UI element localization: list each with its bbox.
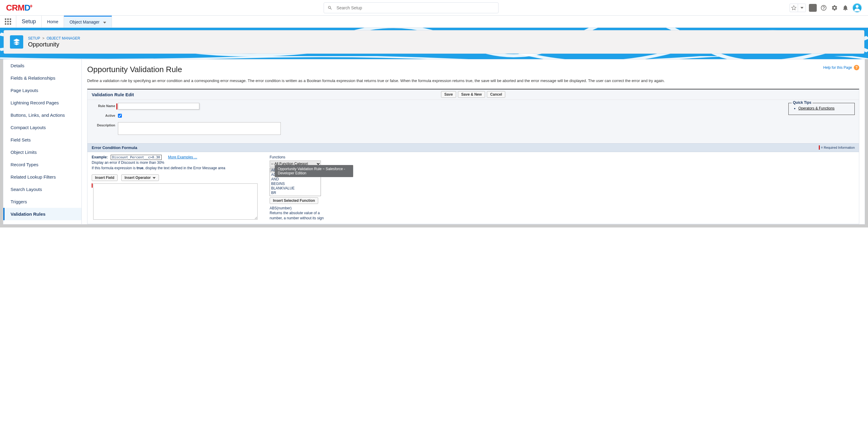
operators-functions-link[interactable]: Operators & Functions [798,106,835,111]
question-icon [820,4,827,11]
app-logo: CRMD+ [6,3,33,13]
user-avatar[interactable] [852,3,862,13]
help-link-text: Help for this Page [824,65,852,70]
more-examples-link[interactable]: More Examples ... [168,155,197,159]
cancel-button[interactable]: Cancel [487,91,505,98]
star-icon [790,4,798,12]
sidebar-item-field-sets[interactable]: Field Sets [3,134,82,146]
avatar-icon [853,4,861,12]
validation-rule-panel: Validation Rule Edit Save Save & New Can… [87,89,859,224]
main-panel: Help for this Page ? Opportunity Validat… [82,59,865,224]
sidebar-item-buttons-links[interactable]: Buttons, Links, and Actions [3,109,82,121]
active-label: Active [92,113,115,117]
example-hint2: If this formula expression is true, disp… [92,166,257,170]
breadcrumb-setup[interactable]: SETUP [28,36,40,40]
function-item[interactable]: BEGINS [270,182,320,186]
quick-tips-title: Quick Tips [792,100,812,105]
layers-icon [13,38,21,46]
waffle-icon [5,19,11,25]
description-label: Description [92,122,115,127]
nav-tab-label: Object Manager [69,20,99,25]
quick-tips-box: Quick Tips Operators & Functions [788,103,855,115]
page-header: SETUP > OBJECT MANAGER Opportunity [4,30,864,54]
nav-tab-object-manager[interactable]: Object Manager [64,16,112,27]
sidebar-item-compact-layouts[interactable]: Compact Layouts [3,121,82,134]
sidebar-item-triggers[interactable]: Triggers [3,195,82,208]
sidebar-item-fields[interactable]: Fields & Relationships [3,72,82,84]
sidebar-item-object-limits[interactable]: Object Limits [3,146,82,158]
search-icon [328,5,332,10]
svg-point-0 [856,5,858,7]
function-item[interactable]: BR [270,191,320,195]
required-indicator [92,183,93,188]
function-signature: ABS(number) [270,206,324,211]
insert-field-button[interactable]: Insert Field [92,174,118,181]
sidebar-item-details[interactable]: Details [3,59,82,72]
required-info: = Required Information [819,146,855,150]
favorites-button[interactable] [789,4,806,12]
example-code: Discount_Percent__c>0.30 [111,155,162,160]
global-create-button[interactable] [809,4,817,12]
required-indicator [116,103,117,110]
nav-tab-home[interactable]: Home [42,16,64,27]
breadcrumb-object-manager[interactable]: OBJECT MANAGER [47,36,80,40]
chevron-down-icon [103,20,106,25]
sidebar-item-lightning-pages[interactable]: Lightning Record Pages [3,96,82,109]
plus-icon [809,4,816,11]
active-checkbox[interactable] [118,114,122,118]
formula-textarea[interactable] [93,183,257,220]
global-header: CRMD+ [0,0,868,16]
insert-operator-label: Insert Operator [125,176,151,180]
help-button[interactable] [820,4,828,12]
example-label: Example: [92,155,108,159]
page-tooltip: Opportunity Validation Rule ~ Salesforce… [275,165,353,177]
bell-icon [842,4,849,11]
sidebar-item-validation-rules[interactable]: Validation Rules [3,208,82,220]
sidebar-item-record-types[interactable]: Record Types [3,158,82,171]
context-nav: Setup Home Object Manager [0,16,868,28]
app-launcher[interactable] [0,16,16,27]
object-sidebar: Details Fields & Relationships Page Layo… [3,59,82,224]
sidebar-item-related-lookup[interactable]: Related Lookup Filters [3,171,82,183]
save-new-button[interactable]: Save & New [458,91,485,98]
sidebar-item-search-layouts[interactable]: Search Layouts [3,183,82,195]
gear-icon [831,4,838,11]
formula-body: Example: Discount_Percent__c>0.30 More E… [88,152,859,224]
example-hint1: Display an error if Discount is more tha… [92,160,257,165]
function-item[interactable]: AND [270,177,320,182]
main-description: Define a validation rule by specifying a… [87,78,859,84]
panel-header: Validation Rule Edit Save Save & New Can… [88,90,859,99]
setup-gear-button[interactable] [831,4,838,12]
required-info-text: = Required Information [821,146,855,149]
function-description: Returns the absolute value of a number, … [270,211,324,221]
functions-label: Functions [270,155,354,159]
error-condition-section-header: Error Condition Formula = Required Infor… [88,143,859,152]
insert-operator-button[interactable]: Insert Operator [121,174,159,181]
section-title: Error Condition Formula [92,146,137,150]
chevron-down-icon [798,4,806,12]
notifications-button[interactable] [841,4,849,12]
sidebar-item-page-layouts[interactable]: Page Layouts [3,84,82,96]
chevron-down-icon [153,177,156,179]
app-name: Setup [16,16,42,27]
help-link[interactable]: Help for this Page ? [824,65,859,70]
function-item[interactable]: BLANKVALUE [270,186,320,191]
main-title: Opportunity Validation Rule [87,65,859,74]
rule-name-label: Rule Name [92,103,115,108]
insert-selected-function-button[interactable]: Insert Selected Function [270,197,318,204]
help-icon: ? [854,65,859,70]
global-search[interactable] [323,2,499,13]
save-button[interactable]: Save [441,91,456,98]
object-icon [10,35,23,49]
panel-title: Validation Rule Edit [92,92,134,97]
search-input[interactable] [337,5,495,10]
description-textarea[interactable] [118,122,281,135]
content-area: Details Fields & Relationships Page Layo… [0,59,868,227]
rule-name-input[interactable] [118,103,199,110]
breadcrumb: SETUP > OBJECT MANAGER [28,36,80,40]
page-title: Opportunity [28,41,80,48]
hero-band: SETUP > OBJECT MANAGER Opportunity [0,28,868,62]
